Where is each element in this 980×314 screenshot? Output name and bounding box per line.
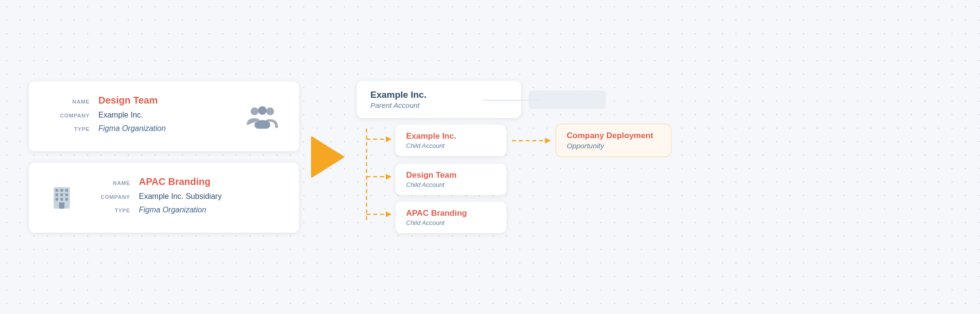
- child-type-0: Child Account: [406, 142, 496, 149]
- svg-marker-22: [386, 211, 392, 217]
- child-card-example-inc: Example Inc. Child Account: [395, 125, 506, 156]
- type-field-row2: TYPE Figma Organization: [87, 206, 282, 214]
- parent-account-type: Parent Account: [370, 101, 507, 109]
- svg-rect-8: [65, 189, 68, 192]
- svg-rect-14: [65, 198, 68, 201]
- right-side: Example Inc. Parent Account: [357, 81, 951, 233]
- company-label: COMPANY: [46, 113, 90, 118]
- company-value: Example Inc.: [98, 111, 143, 119]
- svg-rect-15: [59, 202, 64, 209]
- opp-type: Opportunity: [567, 142, 660, 150]
- parent-placeholder: [529, 91, 606, 109]
- center-arrow: [299, 136, 357, 178]
- company-field-row: COMPANY Example Inc.: [46, 111, 243, 119]
- svg-point-1: [266, 107, 274, 115]
- card2-fields: NAME APAC Branding COMPANY Example Inc. …: [87, 176, 282, 219]
- opportunity-card: Company Deployment Opportunity: [556, 124, 671, 157]
- svg-rect-9: [55, 193, 58, 196]
- parent-account-name: Example Inc.: [370, 90, 507, 100]
- apac-branding-card: NAME APAC Branding COMPANY Example Inc. …: [29, 163, 299, 233]
- svg-rect-11: [65, 193, 68, 196]
- svg-marker-20: [386, 136, 392, 142]
- name-field-row2: NAME APAC Branding: [87, 176, 282, 187]
- name-value2: APAC Branding: [139, 176, 211, 187]
- card-fields: NAME Design Team COMPANY Example Inc. TY…: [46, 95, 243, 138]
- type-field-row: TYPE Figma Organization: [46, 124, 243, 133]
- child-type-2: Child Account: [406, 219, 496, 226]
- svg-rect-12: [55, 198, 58, 201]
- svg-rect-7: [60, 189, 63, 192]
- svg-point-2: [258, 106, 267, 115]
- parent-account-card: Example Inc. Parent Account: [357, 81, 521, 118]
- child-card-design-team: Design Team Child Account: [395, 164, 506, 195]
- name-label2: NAME: [87, 180, 130, 186]
- svg-rect-10: [60, 193, 63, 196]
- svg-marker-24: [545, 138, 551, 144]
- name-field-row: NAME Design Team: [46, 95, 243, 106]
- design-team-card: NAME Design Team COMPANY Example Inc. TY…: [29, 81, 299, 151]
- main-container: NAME Design Team COMPANY Example Inc. TY…: [0, 0, 980, 314]
- type-value2: Figma Organization: [139, 206, 206, 214]
- type-label2: TYPE: [87, 208, 130, 213]
- type-label: TYPE: [46, 126, 90, 132]
- building-icon: [46, 183, 77, 213]
- company-value2: Example Inc. Subsidiary: [139, 192, 222, 201]
- svg-rect-4: [255, 121, 270, 128]
- name-value: Design Team: [98, 95, 158, 106]
- child-type-1: Child Account: [406, 181, 496, 188]
- child-name-2: APAC Branding: [406, 209, 496, 218]
- children-section: Example Inc. Child Account Company Deplo…: [395, 124, 671, 233]
- company-field-row2: COMPANY Example Inc. Subsidiary: [87, 192, 282, 201]
- left-side: NAME Design Team COMPANY Example Inc. TY…: [29, 81, 299, 233]
- card-top: NAME Design Team COMPANY Example Inc. TY…: [46, 95, 282, 138]
- svg-rect-13: [60, 198, 63, 201]
- child-card-apac-branding: APAC Branding Child Account: [395, 202, 506, 233]
- opp-arrow-svg: [512, 136, 556, 145]
- svg-point-0: [251, 107, 259, 115]
- svg-rect-6: [55, 189, 58, 192]
- big-arrow-shape: [311, 136, 345, 178]
- child-name-1: Design Team: [406, 170, 496, 180]
- people-icon: [243, 97, 282, 136]
- name-label: NAME: [46, 99, 90, 105]
- svg-marker-21: [386, 174, 392, 180]
- connector-svg: [357, 124, 395, 230]
- company-label2: COMPANY: [87, 194, 130, 200]
- opp-name: Company Deployment: [567, 131, 660, 141]
- child-name-0: Example Inc.: [406, 131, 496, 141]
- type-value: Figma Organization: [98, 124, 166, 133]
